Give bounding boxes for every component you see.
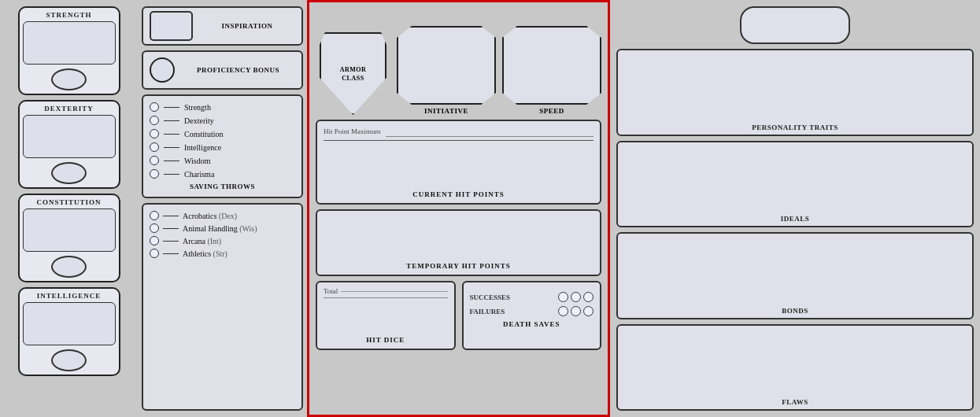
temp-hp-area[interactable] (324, 216, 594, 259)
skill-row-athletics: Athletics (Str) (150, 249, 295, 258)
save-line-constitution (164, 134, 179, 135)
dexterity-label: DEXTERITY (44, 105, 94, 113)
save-line-intelligence (164, 147, 179, 148)
skill-circle-animal-handling[interactable] (150, 223, 159, 233)
dexterity-score-area[interactable] (23, 115, 116, 158)
current-hp-section[interactable]: Hit Point Maximum CURRENT HIT POINTS (316, 120, 601, 205)
hit-dice-total-line: Total (324, 287, 448, 298)
death-saves-box[interactable]: SUCCESSES FAILURES DEATH SAVES (462, 281, 602, 350)
save-row-charisma: Charisma (150, 169, 295, 179)
inspiration-box[interactable]: INSPIRATION (142, 6, 303, 46)
flaws-box[interactable]: FLAWS (616, 324, 974, 411)
save-line-charisma (164, 174, 179, 175)
failure-circle-2[interactable] (571, 306, 581, 316)
skill-row-animal-handling: Animal Handling (Wis) (150, 223, 295, 233)
initiative-box[interactable]: INITIATIVE (397, 26, 496, 115)
save-row-constitution: Constitution (150, 129, 295, 138)
personality-traits-box[interactable]: PERSONALITY TRAITS (616, 49, 974, 136)
bonds-box[interactable]: BONDS (616, 232, 974, 319)
constitution-score-area[interactable] (23, 208, 116, 252)
hit-dice-label: HIT DICE (324, 336, 448, 344)
skill-circle-athletics[interactable] (150, 249, 159, 258)
hit-dice-area[interactable] (324, 301, 448, 333)
save-name-strength: Strength (184, 103, 211, 112)
success-circle-3[interactable] (583, 292, 594, 302)
hit-dice-box[interactable]: Total HIT DICE (316, 281, 456, 350)
initiative-label: INITIATIVE (424, 107, 468, 115)
strength-label: STRENGTH (46, 11, 91, 19)
skill-line-animal-handling (163, 228, 179, 229)
armor-class-box[interactable]: ARMOR CLASS (316, 32, 390, 115)
skill-circle-arcana[interactable] (150, 236, 159, 245)
skill-name-animal-handling: Animal Handling (Wis) (183, 224, 257, 233)
save-name-intelligence: Intelligence (184, 143, 221, 152)
failure-circle-1[interactable] (558, 306, 568, 316)
intelligence-box[interactable]: INTELLIGENCE (18, 287, 120, 376)
speed-box[interactable]: SPEED (502, 26, 601, 115)
success-circle-2[interactable] (571, 292, 581, 302)
save-line-dexterity (164, 120, 179, 121)
skills-saves-column: INSPIRATION PROFICIENCY BONUS Strength D… (138, 0, 307, 417)
strength-score-area[interactable] (23, 21, 116, 65)
failure-circles (558, 306, 594, 316)
combat-stats-column: ARMOR CLASS INITIATIVE SPEED Hit Point M… (307, 0, 610, 417)
failures-row: FAILURES (470, 306, 594, 316)
hp-max-line: Hit Point Maximum (324, 126, 594, 141)
dexterity-box[interactable]: DEXTERITY (18, 100, 120, 189)
save-circle-constitution[interactable] (150, 129, 159, 138)
speed-field[interactable] (502, 26, 601, 105)
success-circle-1[interactable] (558, 292, 568, 302)
saving-throws-title: SAVING THROWS (150, 183, 295, 190)
temp-hp-box[interactable]: TEMPORARY HIT POINTS (316, 209, 601, 276)
save-name-wisdom: Wisdom (184, 157, 211, 165)
save-line-strength (164, 107, 179, 108)
current-hp-label: CURRENT HIT POINTS (324, 190, 594, 198)
flaws-label: FLAWS (782, 398, 808, 406)
top-stats-row: ARMOR CLASS INITIATIVE SPEED (316, 9, 601, 115)
save-row-strength: Strength (150, 102, 295, 112)
save-row-intelligence: Intelligence (150, 142, 295, 152)
successes-label: SUCCESSES (470, 293, 511, 301)
successes-row: SUCCESSES (470, 292, 594, 302)
ideals-box[interactable]: IDEALS (616, 141, 974, 228)
save-circle-strength[interactable] (150, 102, 159, 112)
save-name-constitution: Constitution (184, 130, 223, 138)
failure-circle-3[interactable] (583, 306, 594, 316)
hp-current-area[interactable] (324, 144, 594, 187)
intelligence-label: INTELLIGENCE (37, 292, 102, 300)
strength-modifier (51, 68, 87, 90)
save-circle-charisma[interactable] (150, 169, 159, 179)
save-circle-intelligence[interactable] (150, 142, 159, 152)
skill-row-acrobatics: Acrobatics (Dex) (150, 211, 295, 220)
skill-line-acrobatics (163, 216, 179, 216)
skill-name-arcana: Arcana (Int) (183, 237, 221, 245)
proficiency-box[interactable]: PROFICIENCY BONUS (142, 50, 303, 90)
skill-attr-animal-handling: (Wis) (239, 224, 257, 233)
save-circle-dexterity[interactable] (150, 116, 159, 125)
passive-perception-box[interactable] (740, 6, 850, 44)
intelligence-score-area[interactable] (23, 302, 116, 345)
skill-circle-acrobatics[interactable] (150, 211, 159, 220)
skill-line-athletics (163, 253, 179, 254)
inspiration-field[interactable] (150, 11, 193, 41)
save-name-dexterity: Dexterity (184, 116, 214, 125)
hp-max-field[interactable] (386, 126, 594, 137)
armor-label-2: CLASS (342, 75, 364, 82)
constitution-label: CONSTITUTION (36, 198, 101, 206)
proficiency-circle[interactable] (150, 57, 175, 83)
shield-shape: ARMOR CLASS (320, 32, 386, 115)
constitution-box[interactable]: CONSTITUTION (18, 194, 120, 282)
save-name-charisma: Charisma (184, 170, 214, 179)
strength-box[interactable]: STRENGTH (18, 6, 120, 95)
hit-dice-total-field[interactable] (341, 291, 447, 292)
save-circle-wisdom[interactable] (150, 156, 159, 165)
skill-attr-athletics: (Str) (213, 249, 227, 258)
skill-name-athletics: Athletics (Str) (183, 249, 227, 258)
bottom-row: Total HIT DICE SUCCESSES FAILURES (316, 281, 601, 350)
skill-attr-acrobatics: (Dex) (219, 212, 237, 220)
save-row-wisdom: Wisdom (150, 156, 295, 165)
save-line-wisdom (164, 161, 179, 161)
initiative-field[interactable] (397, 26, 496, 105)
failures-label: FAILURES (470, 308, 505, 316)
skills-box: Acrobatics (Dex) Animal Handling (Wis) A… (142, 203, 303, 411)
